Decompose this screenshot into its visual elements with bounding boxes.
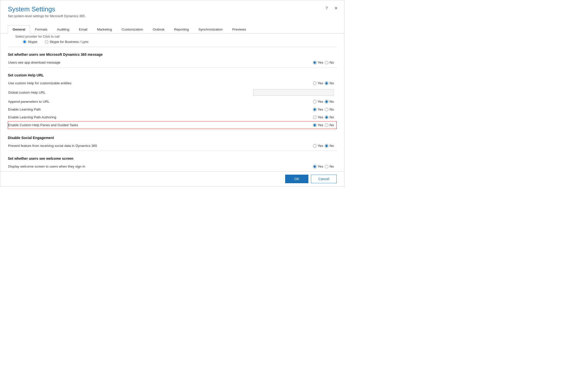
use-custom-help-no-radio[interactable] — [325, 82, 328, 85]
yes-label: Yes — [318, 61, 323, 64]
prevent-social-yes-label[interactable]: Yes — [313, 144, 323, 148]
global-help-url-input[interactable] — [253, 89, 334, 96]
custom-help-panes-label: Enable Custom Help Panes and Guided Task… — [8, 123, 296, 127]
learning-path-label: Enable Learning Path — [8, 108, 296, 111]
tab-email[interactable]: Email — [74, 25, 92, 34]
learning-path-no-label[interactable]: No — [325, 108, 334, 111]
app-download-yes-label[interactable]: Yes — [313, 61, 323, 64]
custom-help-panes-row: Enable Custom Help Panes and Guided Task… — [8, 121, 337, 129]
custom-help-panes-no-label[interactable]: No — [325, 123, 334, 127]
prevent-social-data-row: Prevent feature from receiving social da… — [8, 142, 337, 150]
help-button[interactable]: ? — [324, 6, 329, 11]
learning-path-yes-label[interactable]: Yes — [313, 108, 323, 111]
dynamics-message-header: Set whether users see Microsoft Dynamics… — [8, 52, 337, 57]
tab-outlook[interactable]: Outlook — [148, 25, 169, 34]
append-params-no-radio[interactable] — [325, 100, 328, 103]
append-params-row: Append parameters to URL Yes No — [8, 98, 337, 105]
divider-3 — [8, 130, 337, 130]
append-params-yes-label[interactable]: Yes — [313, 100, 323, 103]
app-download-controls: Yes No — [296, 61, 336, 64]
display-welcome-yes-radio[interactable] — [313, 165, 316, 168]
learning-path-controls: Yes No — [296, 108, 336, 111]
custom-help-header: Set custom Help URL — [8, 73, 337, 77]
tab-marketing[interactable]: Marketing — [92, 25, 117, 34]
custom-help-section: Set custom Help URL Use custom Help for … — [8, 73, 337, 129]
app-download-row: Users see app download message Yes No — [8, 59, 337, 66]
use-custom-help-controls: Yes No — [296, 81, 336, 85]
use-custom-help-yes-label[interactable]: Yes — [313, 81, 323, 85]
phone-provider-section: Select provider for Click to call Skype … — [8, 34, 337, 46]
learning-path-authoring-label: Enable Learning Path Authoring — [8, 115, 296, 119]
dialog-header: System Settings Set system-level setting… — [0, 0, 344, 20]
tab-general[interactable]: General — [8, 25, 30, 34]
learning-path-row: Enable Learning Path Yes No — [8, 105, 337, 113]
content-area: Select provider for Click to call Skype … — [0, 34, 344, 180]
display-welcome-no-radio[interactable] — [325, 165, 328, 168]
skype-label: Skype — [28, 40, 37, 44]
skype-business-radio[interactable] — [45, 40, 48, 43]
app-download-radio-group: Yes No — [313, 61, 334, 64]
global-help-url-controls — [253, 89, 336, 96]
skype-radio[interactable] — [23, 40, 26, 43]
tab-previews[interactable]: Previews — [227, 25, 251, 34]
learning-path-authoring-no-label[interactable]: No — [325, 115, 334, 119]
use-custom-help-radio-group: Yes No — [313, 81, 334, 85]
app-download-label: Users see app download message — [8, 61, 296, 64]
append-params-radio-group: Yes No — [313, 100, 334, 103]
learning-path-yes-radio[interactable] — [313, 108, 316, 111]
tab-synchronization[interactable]: Synchronization — [194, 25, 227, 34]
display-welcome-row: Display welcome screen to users when the… — [8, 163, 337, 170]
tab-customization[interactable]: Customization — [117, 25, 148, 34]
app-download-yes-radio[interactable] — [313, 61, 316, 64]
tab-formats[interactable]: Formats — [30, 25, 52, 34]
tab-reporting[interactable]: Reporting — [169, 25, 194, 34]
learning-path-authoring-yes-label[interactable]: Yes — [313, 115, 323, 119]
display-welcome-no-label[interactable]: No — [325, 165, 334, 168]
welcome-screen-section: Set whether users see welcome screen Dis… — [8, 156, 337, 170]
dialog-footer: OK Cancel — [0, 171, 344, 186]
prevent-social-no-label[interactable]: No — [325, 144, 334, 148]
welcome-screen-header: Set whether users see welcome screen — [8, 156, 337, 161]
prevent-social-yes-radio[interactable] — [313, 144, 316, 148]
custom-help-panes-no-radio[interactable] — [325, 123, 328, 127]
learning-path-authoring-no-radio[interactable] — [325, 116, 328, 119]
use-custom-help-yes-radio[interactable] — [313, 82, 316, 85]
dialog-title: System Settings — [8, 5, 334, 13]
display-welcome-label: Display welcome screen to users when the… — [8, 165, 296, 168]
skype-option[interactable]: Skype — [23, 40, 37, 44]
social-engagement-header: Disable Social Engagement — [8, 136, 337, 140]
skype-business-label: Skype for Business / Lync — [50, 40, 89, 44]
learning-path-authoring-yes-radio[interactable] — [313, 116, 316, 119]
global-help-url-label: Global custom Help URL — [8, 91, 253, 94]
app-download-no-radio[interactable] — [325, 61, 328, 64]
append-params-no-label[interactable]: No — [325, 100, 334, 103]
tabs-container: General Formats Auditing Email Marketing… — [0, 25, 344, 34]
no-label: No — [330, 61, 334, 64]
app-download-no-label[interactable]: No — [325, 61, 334, 64]
cancel-button[interactable]: Cancel — [311, 175, 337, 183]
learning-path-authoring-row: Enable Learning Path Authoring Yes No — [8, 113, 337, 121]
use-custom-help-row: Use custom Help for customizable entitie… — [8, 79, 337, 87]
display-welcome-yes-label[interactable]: Yes — [313, 165, 323, 168]
tab-auditing[interactable]: Auditing — [52, 25, 74, 34]
prevent-social-data-radio-group: Yes No — [313, 144, 334, 148]
ok-button[interactable]: OK — [285, 175, 308, 183]
custom-help-panes-yes-radio[interactable] — [313, 123, 316, 127]
skype-business-option[interactable]: Skype for Business / Lync — [45, 40, 89, 44]
divider-2 — [8, 67, 337, 68]
learning-path-authoring-controls: Yes No — [296, 115, 336, 119]
social-engagement-section: Disable Social Engagement Prevent featur… — [8, 136, 337, 150]
append-params-yes-radio[interactable] — [313, 100, 316, 103]
custom-help-panes-yes-label[interactable]: Yes — [313, 123, 323, 127]
learning-path-radio-group: Yes No — [313, 108, 334, 111]
display-welcome-controls: Yes No — [296, 165, 336, 168]
learning-path-no-radio[interactable] — [325, 108, 328, 111]
use-custom-help-no-label[interactable]: No — [325, 81, 334, 85]
append-params-label: Append parameters to URL — [8, 100, 296, 103]
close-button[interactable]: ✕ — [333, 5, 339, 11]
append-params-controls: Yes No — [296, 100, 336, 103]
divider-4 — [8, 151, 337, 151]
prevent-social-no-radio[interactable] — [325, 144, 328, 148]
skype-options: Skype Skype for Business / Lync — [8, 39, 337, 46]
global-help-url-row: Global custom Help URL — [8, 87, 337, 98]
